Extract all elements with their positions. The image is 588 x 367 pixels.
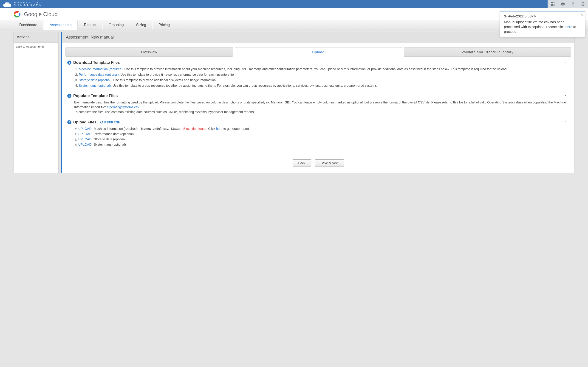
top-bar: POWERED BY STRATOZONE ?	[0, 0, 588, 8]
panel-title: Assessment: New manual	[62, 32, 574, 43]
nav-assessments[interactable]: Assessments	[43, 20, 78, 30]
upload-performance[interactable]: UPLOAD	[78, 132, 92, 136]
template-performance-link[interactable]: Performance data (optional)	[79, 73, 119, 76]
template-performance-text: : Use this template to provide time-seri…	[119, 73, 237, 76]
nav-grouping[interactable]: Grouping	[103, 20, 130, 30]
upload-row-0-status-lbl: Status:	[171, 127, 182, 131]
apps-icon	[551, 2, 554, 6]
upload-icon	[74, 138, 78, 141]
stratozone-logo: POWERED BY STRATOZONE	[2, 1, 46, 7]
upload-icon	[74, 143, 78, 146]
notification-toast: × 04-Feb-2022 5:58PM Manual upload file …	[500, 11, 585, 37]
svg-rect-7	[551, 2, 552, 3]
back-to-assessments-link[interactable]: Back to Assessments	[14, 43, 58, 51]
upload-row-0-status: Exception found.	[183, 127, 207, 131]
nav-dashboard[interactable]: Dashboard	[13, 20, 43, 30]
help-icon: ?	[571, 2, 574, 7]
step-1-badge: 1	[67, 60, 71, 65]
svg-rect-15	[553, 5, 554, 6]
upload-storage[interactable]: UPLOAD	[78, 137, 92, 142]
svg-rect-9	[553, 2, 554, 3]
cloud-icon	[2, 1, 12, 7]
actions-sidebar: Actions Back to Assessments	[13, 32, 59, 173]
help-button[interactable]: ?	[568, 0, 578, 8]
svg-point-2	[5, 2, 9, 6]
google-cloud-icon	[13, 10, 21, 18]
operating-systems-csv-link[interactable]: OperatingSystems.csv	[107, 105, 139, 109]
upload-row-3-label: System tags (optional)	[94, 142, 126, 147]
svg-rect-12	[553, 4, 554, 5]
chevron-up-icon	[564, 94, 567, 97]
svg-point-3	[5, 2, 6, 2]
panel-title-prefix: Assessment:	[66, 35, 90, 40]
step-3-title: Upload Files	[73, 120, 96, 125]
upload-row-1-label: Performance data (optional)	[94, 132, 134, 136]
gc-google-text: Google	[24, 11, 42, 17]
step-2-text-1: Each template describes the formatting u…	[74, 100, 566, 109]
chevron-up-icon	[564, 120, 567, 123]
subtab-overview[interactable]: Overview	[65, 47, 233, 57]
toast-here-link[interactable]: here	[565, 25, 572, 29]
step-2-title: Populate Template Files	[73, 94, 118, 98]
nav-pricing[interactable]: Pricing	[152, 20, 176, 30]
nav-sizing[interactable]: Sizing	[130, 20, 153, 30]
back-button[interactable]: Back	[293, 159, 311, 167]
gc-cloud-text: Cloud	[42, 11, 57, 17]
template-system-tags-link[interactable]: System tags (optional)	[79, 84, 111, 87]
save-next-button[interactable]: Save & Next	[315, 159, 344, 167]
upload-row-2-label: Storage data (optional)	[94, 137, 127, 142]
settings-button[interactable]	[558, 0, 568, 8]
subtab-validate[interactable]: Validate and Create Inventory	[404, 47, 571, 57]
step-2-collapse[interactable]	[564, 94, 569, 98]
svg-point-5	[9, 2, 9, 3]
step-populate-templates: 2 Populate Template Files Each template …	[67, 94, 569, 115]
sidebar-title: Actions	[14, 32, 58, 43]
step-1-collapse[interactable]	[564, 60, 569, 65]
step-upload-files: 3 Upload Files REFRESH	[67, 120, 569, 147]
template-machine-info-link[interactable]: Machine information (required)	[79, 67, 123, 71]
step-3-badge: 3	[67, 120, 71, 124]
template-storage-text: : Use this template to provide additiona…	[111, 78, 216, 82]
step-2-text-2: To complete the files, use common existi…	[74, 110, 255, 114]
upload-row-0-rest: to generate report	[223, 127, 249, 131]
generate-report-link[interactable]: here	[216, 127, 223, 131]
upload-row-0-name: vmInfo.csv,	[153, 127, 169, 131]
logout-icon	[581, 2, 585, 6]
brand-text: STRATOZONE	[14, 4, 46, 7]
svg-rect-11	[552, 4, 553, 5]
step-download-templates: 1 Download Template Files Machine inform…	[67, 60, 569, 88]
gear-icon	[561, 2, 565, 6]
upload-icon	[74, 127, 78, 131]
svg-rect-10	[551, 4, 552, 5]
toast-timestamp: 04-Feb-2022 5:58PM	[504, 14, 581, 18]
toast-close-button[interactable]: ×	[580, 12, 583, 17]
logout-button[interactable]	[578, 0, 588, 8]
upload-machine-info[interactable]: UPLOAD	[78, 126, 92, 131]
step-1-title: Download Template Files	[73, 60, 120, 65]
svg-point-4	[7, 1, 8, 2]
step-2-badge: 2	[67, 94, 71, 98]
upload-row-0-click: Click	[208, 127, 216, 131]
svg-rect-8	[552, 2, 553, 3]
toast-message-1: Manual upload file vmInfo.csv has been p…	[504, 20, 565, 29]
upload-row-0-label: Machine information (required) :	[94, 127, 139, 131]
nav-results[interactable]: Results	[78, 20, 102, 30]
template-storage-link[interactable]: Storage data (optional)	[79, 78, 111, 82]
svg-point-6	[10, 1, 10, 2]
upload-system-tags[interactable]: UPLOAD	[78, 142, 92, 147]
step-3-collapse[interactable]	[564, 120, 569, 124]
refresh-button[interactable]: REFRESH	[100, 120, 120, 124]
refresh-label: REFRESH	[104, 120, 120, 124]
refresh-icon	[100, 120, 103, 124]
chevron-up-icon	[564, 60, 567, 64]
template-system-tags-text: : Use this template to group resources t…	[111, 84, 378, 87]
apps-button[interactable]	[548, 0, 558, 8]
panel-title-name: New manual	[91, 35, 114, 40]
upload-icon	[74, 133, 78, 136]
svg-rect-13	[551, 5, 552, 6]
template-machine-info-text: : Use this template to provide informati…	[123, 67, 508, 71]
svg-rect-14	[552, 5, 553, 6]
upload-row-0-name-lbl: Name:	[141, 127, 151, 131]
subtab-upload[interactable]: Upload	[235, 47, 402, 57]
